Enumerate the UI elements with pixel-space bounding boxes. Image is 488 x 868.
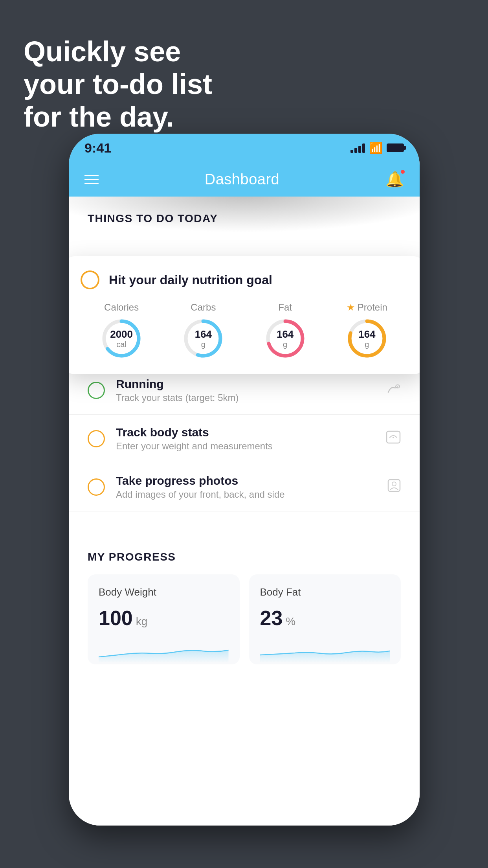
status-icons: 📶	[350, 142, 404, 154]
headline: Quickly see your to-do list for the day.	[24, 35, 212, 133]
running-subtitle: Track your stats (target: 5km)	[116, 392, 374, 403]
person-icon	[387, 479, 401, 496]
headline-line1: Quickly see	[24, 35, 212, 68]
scale-icon	[386, 430, 401, 447]
progress-photos-text: Take progress photos Add images of your …	[116, 474, 376, 500]
carbs-donut: 164 g	[182, 317, 225, 360]
nav-bar: Dashboard 🔔	[69, 162, 420, 197]
nutrition-fat: Fat 164 g	[264, 302, 307, 360]
fat-value-text: 164 g	[277, 329, 294, 349]
hamburger-menu[interactable]	[84, 175, 99, 184]
protein-label: ★ Protein	[347, 302, 387, 313]
wifi-icon: 📶	[369, 142, 383, 154]
body-stats-text: Track body stats Enter your weight and m…	[116, 426, 375, 452]
carbs-label: Carbs	[191, 302, 216, 313]
notification-dot	[400, 169, 405, 175]
protein-value-text: 164 g	[358, 329, 375, 349]
body-weight-title: Body Weight	[99, 586, 229, 598]
body-weight-number: 100	[99, 606, 133, 630]
fat-unit: g	[277, 340, 294, 348]
status-time: 9:41	[84, 140, 111, 156]
nutrition-protein: ★ Protein 164 g	[345, 302, 389, 360]
nutrition-check-circle[interactable]	[81, 270, 99, 289]
star-icon: ★	[347, 302, 355, 313]
progress-photos-subtitle: Add images of your front, back, and side	[116, 489, 376, 500]
fat-donut: 164 g	[264, 317, 307, 360]
progress-cards: Body Weight 100 kg	[88, 574, 401, 664]
nutrition-card: Hit your daily nutrition goal Calories 2	[69, 256, 420, 374]
nutrition-card-title: Hit your daily nutrition goal	[109, 273, 272, 287]
body-weight-card: Body Weight 100 kg	[88, 574, 240, 664]
body-stats-check-circle	[88, 430, 105, 447]
running-check-circle	[88, 382, 105, 399]
progress-section: MY PROGRESS Body Weight 100 kg	[69, 535, 420, 664]
headline-line2: your to-do list	[24, 68, 212, 101]
notification-bell[interactable]: 🔔	[385, 171, 404, 188]
calories-donut: 2000 cal	[100, 317, 143, 360]
running-title: Running	[116, 377, 374, 391]
calories-unit: cal	[110, 340, 133, 348]
protein-donut: 164 g	[345, 317, 389, 360]
svg-point-12	[392, 482, 396, 486]
protein-unit: g	[358, 340, 375, 348]
nutrition-carbs: Carbs 164 g	[182, 302, 225, 360]
nutrition-grid: Calories 2000 cal	[81, 302, 408, 360]
status-bar: 9:41 📶	[69, 134, 420, 162]
svg-point-10	[393, 437, 394, 438]
headline-line3: for the day.	[24, 101, 212, 133]
fat-number: 164	[277, 329, 294, 340]
nav-title: Dashboard	[205, 171, 279, 188]
nutrition-calories: Calories 2000 cal	[100, 302, 143, 360]
carbs-number: 164	[195, 329, 212, 340]
body-fat-chart	[260, 639, 390, 663]
signal-icon	[350, 143, 365, 153]
phone-content: THINGS TO DO TODAY Hit your daily nutrit…	[69, 197, 420, 826]
running-text: Running Track your stats (target: 5km)	[116, 377, 374, 403]
battery-icon	[387, 143, 404, 152]
calories-value-text: 2000 cal	[110, 329, 133, 349]
carbs-value-text: 164 g	[195, 329, 212, 349]
body-fat-title: Body Fat	[260, 586, 390, 598]
todo-progress-photos[interactable]: Take progress photos Add images of your …	[69, 463, 420, 511]
body-stats-subtitle: Enter your weight and measurements	[116, 441, 375, 452]
todo-list: Running Track your stats (target: 5km) T…	[69, 366, 420, 511]
calories-label: Calories	[104, 302, 139, 313]
card-header: Hit your daily nutrition goal	[81, 270, 408, 289]
todo-body-stats[interactable]: Track body stats Enter your weight and m…	[69, 415, 420, 463]
fat-label: Fat	[278, 302, 292, 313]
body-weight-chart	[99, 639, 229, 663]
progress-photos-check-circle	[88, 478, 105, 496]
phone-shell: 9:41 📶 Dashboard 🔔 THINGS TO DO TODAY	[69, 134, 420, 826]
protein-number: 164	[358, 329, 375, 340]
body-weight-value: 100 kg	[99, 606, 229, 630]
calories-number: 2000	[110, 329, 133, 340]
body-fat-card: Body Fat 23 %	[249, 574, 401, 664]
body-fat-number: 23	[260, 606, 283, 630]
body-stats-title: Track body stats	[116, 426, 375, 439]
progress-photos-title: Take progress photos	[116, 474, 376, 487]
progress-header: MY PROGRESS	[88, 551, 401, 563]
running-icon	[385, 382, 401, 399]
carbs-unit: g	[195, 340, 212, 348]
body-weight-unit: kg	[136, 615, 148, 628]
body-fat-unit: %	[286, 615, 295, 628]
things-to-do-header: THINGS TO DO TODAY	[69, 197, 420, 233]
body-fat-value: 23 %	[260, 606, 390, 630]
